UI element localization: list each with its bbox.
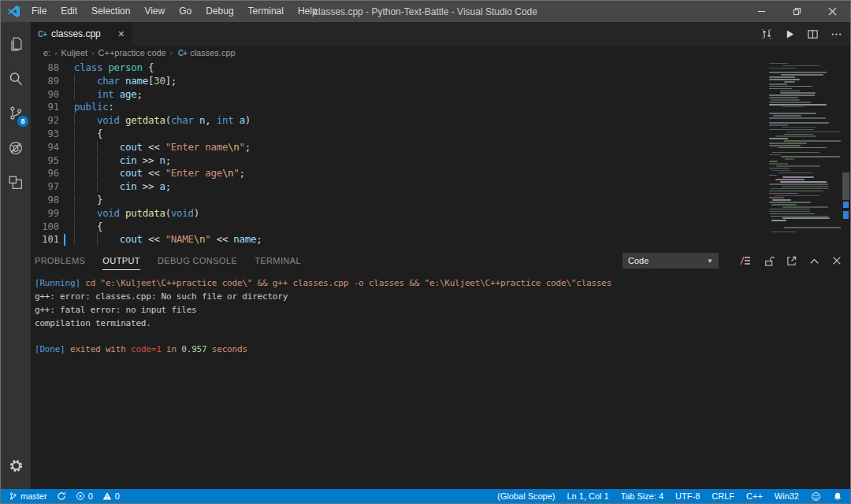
- line-number[interactable]: 98: [31, 194, 59, 207]
- line-number[interactable]: 100: [31, 220, 59, 234]
- manage-button[interactable]: [1, 448, 31, 483]
- minimize-button[interactable]: [744, 1, 779, 22]
- status-global-scope[interactable]: (Global Scope): [497, 491, 555, 501]
- line-number[interactable]: 96: [31, 167, 59, 180]
- menu-go[interactable]: Go: [172, 1, 199, 22]
- panel-tab-debug-console[interactable]: DEBUG CONSOLE: [158, 256, 237, 270]
- code-line[interactable]: 97 cin >> a;: [31, 180, 767, 194]
- status-smiley-button[interactable]: [811, 491, 821, 502]
- title-bar: FileEditSelectionViewGoDebugTerminalHelp…: [1, 1, 850, 22]
- panel-tab-problems[interactable]: PROBLEMS: [35, 256, 85, 270]
- close-button[interactable]: [815, 1, 850, 22]
- line-number[interactable]: 89: [31, 75, 59, 88]
- output-channel-select[interactable]: Code ▼: [622, 253, 719, 269]
- editor-scrollbar[interactable]: [841, 60, 850, 250]
- more-actions-icon[interactable]: [831, 28, 842, 40]
- menu-edit[interactable]: Edit: [54, 1, 84, 22]
- status-0[interactable]: 0: [102, 491, 120, 501]
- line-number[interactable]: 95: [31, 154, 59, 168]
- code-line-content[interactable]: char name[30];: [74, 75, 177, 88]
- code-line[interactable]: 93 {: [31, 128, 767, 141]
- line-number[interactable]: 93: [31, 128, 59, 141]
- split-editor-icon[interactable]: [807, 28, 819, 40]
- code-line[interactable]: 99 void putdata(void): [31, 207, 767, 220]
- code-line-content[interactable]: cin >> n;: [74, 154, 171, 168]
- code-line-content[interactable]: public:: [74, 101, 114, 114]
- code-line-content[interactable]: }: [74, 194, 102, 207]
- code-line-content[interactable]: int age;: [74, 88, 143, 102]
- clear-output-icon[interactable]: [739, 254, 752, 267]
- breadcrumb-item[interactable]: C++practice code: [97, 48, 168, 57]
- code-line-content[interactable]: cout << "NAME\n" << name;: [74, 233, 262, 246]
- code-line[interactable]: 90 int age;: [31, 88, 767, 102]
- breadcrumb-item[interactable]: classes.cpp: [188, 48, 236, 57]
- code-line[interactable]: 88class person {: [31, 61, 767, 75]
- code-line[interactable]: 96 cout << "Enter age\n";: [31, 167, 767, 180]
- maximize-panel-icon[interactable]: [808, 255, 820, 267]
- code-line-content[interactable]: {: [74, 128, 102, 141]
- minimap[interactable]: [767, 61, 841, 250]
- extensions-button[interactable]: [1, 165, 31, 200]
- cpp-file-icon: C+: [38, 30, 46, 39]
- status-c[interactable]: C++: [746, 491, 763, 501]
- menu-selection[interactable]: Selection: [84, 1, 137, 22]
- code-line[interactable]: 100 {: [31, 220, 767, 234]
- menu-file[interactable]: File: [24, 1, 54, 22]
- code-line-content[interactable]: cout << "Enter age\n";: [74, 167, 245, 180]
- status-crlf[interactable]: CRLF: [712, 491, 734, 501]
- panel-tab-terminal[interactable]: TERMINAL: [255, 256, 301, 270]
- code-area[interactable]: 88class person {89 char name[30];90 int …: [31, 61, 767, 246]
- code-line[interactable]: 91public:: [31, 101, 767, 114]
- status-sync-indicator[interactable]: [57, 491, 66, 501]
- code-line[interactable]: 98 }: [31, 194, 767, 207]
- code-line-content[interactable]: cout << "Enter name\n";: [74, 141, 251, 154]
- menu-view[interactable]: View: [137, 1, 172, 22]
- line-number[interactable]: 88: [31, 61, 59, 75]
- line-number[interactable]: 90: [31, 88, 59, 102]
- line-number[interactable]: 97: [31, 180, 59, 194]
- line-number[interactable]: 91: [31, 101, 59, 114]
- code-line[interactable]: 89 char name[30];: [31, 75, 767, 88]
- explorer-button[interactable]: [1, 27, 31, 61]
- line-number[interactable]: 99: [31, 207, 59, 220]
- code-line-content[interactable]: void getdata(char n, int a): [74, 114, 251, 128]
- run-code-icon[interactable]: [785, 29, 795, 39]
- scrollbar-thumb[interactable]: [842, 172, 849, 200]
- search-button[interactable]: [1, 61, 31, 96]
- debug-button[interactable]: [1, 131, 31, 165]
- code-line-content[interactable]: cin >> a;: [74, 180, 171, 194]
- code-line[interactable]: 94 cout << "Enter name\n";: [31, 141, 767, 154]
- source-control-button[interactable]: 8: [1, 96, 31, 131]
- open-log-file-icon[interactable]: [786, 255, 797, 267]
- code-line[interactable]: 101 cout << "NAME\n" << name;: [31, 233, 767, 246]
- unlock-icon[interactable]: [763, 255, 775, 267]
- breadcrumb-item[interactable]: e:: [42, 48, 52, 57]
- tab-classes-cpp[interactable]: C+ classes.cpp ×: [31, 22, 132, 46]
- code-line-content[interactable]: class person {: [74, 61, 154, 75]
- code-line[interactable]: 92 void getdata(char n, int a): [31, 114, 767, 128]
- status-0[interactable]: 0: [76, 491, 93, 501]
- tab-close-icon[interactable]: ×: [118, 28, 124, 39]
- close-panel-icon[interactable]: [831, 255, 842, 266]
- line-number[interactable]: 92: [31, 114, 59, 128]
- panel-tab-output[interactable]: OUTPUT: [102, 256, 140, 270]
- status-master[interactable]: master: [9, 491, 47, 501]
- breadcrumb-item[interactable]: Kuljeet: [60, 48, 90, 57]
- output-content[interactable]: [Running] cd "e:\Kuljeet\C++practice cod…: [31, 270, 850, 357]
- code-line-content[interactable]: void putdata(void): [74, 207, 199, 220]
- status-bell-button[interactable]: [833, 491, 842, 502]
- menu-terminal[interactable]: Terminal: [241, 1, 291, 22]
- status-utf-8[interactable]: UTF-8: [675, 491, 700, 501]
- open-changes-icon[interactable]: [760, 28, 773, 40]
- status-tab-size-4[interactable]: Tab Size: 4: [621, 491, 663, 501]
- line-number[interactable]: 101: [31, 233, 59, 246]
- status-win32[interactable]: Win32: [775, 491, 799, 501]
- code-line[interactable]: 95 cin >> n;: [31, 154, 767, 168]
- editor[interactable]: 88class person {89 char name[30];90 int …: [31, 60, 850, 250]
- output-line: [35, 331, 850, 344]
- status-ln-1-col-1[interactable]: Ln 1, Col 1: [567, 491, 608, 501]
- line-number[interactable]: 94: [31, 141, 59, 154]
- restore-button[interactable]: [779, 1, 815, 22]
- code-line-content[interactable]: {: [74, 220, 102, 234]
- menu-debug[interactable]: Debug: [199, 1, 240, 22]
